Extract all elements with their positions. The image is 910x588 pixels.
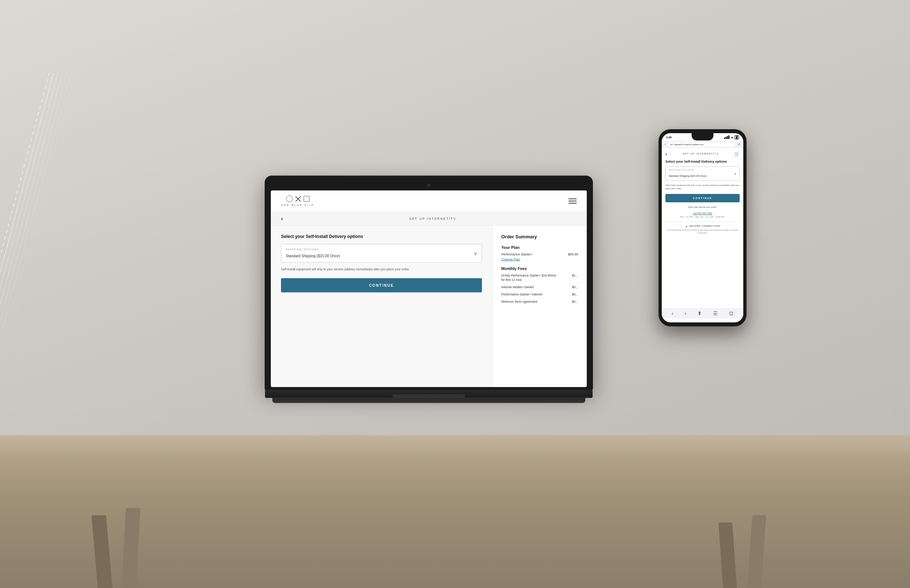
laptop-bottom — [272, 398, 585, 403]
phone-nav: ‹ SET UP INTERNET/TV 🛒 — [665, 151, 740, 157]
fee-row-3: Performance Starter+ Internet $0... — [501, 292, 578, 297]
screen-body: Select your Self-Install Delivery option… — [271, 226, 587, 387]
back-button[interactable]: ‹ — [281, 215, 283, 222]
wifi-icon: ▲ — [731, 136, 734, 139]
fee-amount-2: $0... — [572, 285, 578, 289]
phone-help-phone-link[interactable]: Call 555-555-5555 — [693, 212, 712, 215]
phone-url-bar[interactable]: aA bigapple2.staging.updater.com — [668, 142, 735, 147]
shipping-options-value: Standard Shipping ($15.00 Once) — [286, 254, 340, 258]
page-title: SET UP INTERNET/TV — [409, 217, 456, 221]
lock-icon: 🔒 — [685, 225, 688, 228]
laptop-camera — [427, 184, 430, 187]
logo-text: ONE BLUE SLIP — [281, 204, 315, 206]
hamburger-menu-icon[interactable] — [569, 197, 577, 205]
phone-back-button[interactable]: ‹ — [665, 151, 667, 157]
logo-circle-icon — [286, 196, 293, 202]
phone-shipping-note: Self-Install equipment will ship to your… — [665, 184, 740, 190]
phone-content: ‹ SET UP INTERNET/TV 🛒 Select your Self-… — [662, 148, 743, 308]
fee-amount-1: $1... — [572, 274, 578, 283]
phone-help-section: Need help placing your order? Call 555-5… — [665, 206, 740, 218]
fee-row-1: xFinity Performance Starter+ $19.99/mo f… — [501, 274, 578, 283]
phone: 2:29 ▲ ▓ ‹ aA bigapple2.stagi — [659, 129, 746, 326]
phone-screen: 2:29 ▲ ▓ ‹ aA bigapple2.stagi — [662, 133, 743, 322]
cart-icon[interactable]: 🛒 — [734, 151, 740, 157]
url-text: bigapple2.staging.updater.com — [674, 143, 704, 145]
order-summary-title: Order Summary — [501, 234, 578, 239]
phone-shipping-value: Standard Shipping ($15.00 Once) — [669, 174, 706, 177]
laptop-camera-bar — [271, 182, 587, 191]
phone-time: 2:29 — [666, 136, 672, 139]
order-summary-sidebar: Order Summary Your Plan Performance Star… — [492, 226, 587, 387]
fee-amount-3: $0... — [572, 292, 578, 297]
phone-page-title: SET UP INTERNET/TV — [682, 152, 719, 155]
continue-button[interactable]: CONTINUE — [281, 278, 482, 292]
light-streaks — [0, 73, 80, 328]
phone-secure-title: 🔒 SECURE CONNECTION — [665, 225, 740, 228]
phone-browser-back-button[interactable]: ‹ — [665, 143, 666, 146]
phone-tabs-icon[interactable]: ⊡ — [729, 310, 734, 316]
change-plan-link[interactable]: Change Plan — [501, 258, 578, 261]
signal-icon — [724, 136, 729, 139]
phone-shipping-label: SHIPPING OPTIONS — [669, 169, 736, 171]
phone-continue-button[interactable]: CONTINUE — [665, 194, 740, 202]
phone-back-nav-icon[interactable]: ‹ — [672, 310, 673, 316]
phone-bookmarks-icon[interactable]: ☰ — [713, 310, 718, 316]
chevron-down-icon: ∨ — [474, 251, 477, 256]
fee-row-4: Minimum Term Agreement $0... — [501, 299, 578, 304]
battery-icon: ▓ — [735, 136, 739, 139]
shipping-options-dropdown[interactable]: SHIPPING OPTIONS Standard Shipping ($15.… — [281, 244, 482, 263]
logo-square-icon — [304, 196, 309, 202]
fee-name-1: xFinity Performance Starter+ $19.99/mo f… — [501, 274, 559, 283]
laptop-base — [265, 390, 593, 398]
fee-name-4: Minimum Term Agreement — [501, 299, 537, 304]
phone-chevron-down-icon: ∨ — [734, 172, 736, 175]
monthly-fees-title: Monthly Fees — [501, 267, 578, 271]
your-plan-title: Your Plan — [501, 245, 578, 250]
phone-secure-text: Your information is SAFE. All data is en… — [665, 228, 740, 235]
desk-surface — [0, 435, 910, 588]
plan-row: Performance Starter+ $99.99 — [501, 252, 578, 256]
logo-symbols — [286, 196, 309, 202]
laptop-hinge — [393, 394, 465, 398]
logo-x-icon — [295, 196, 301, 202]
phone-notch — [692, 133, 713, 141]
section-title: Select your Self-Install Delivery option… — [281, 234, 482, 239]
fee-amount-4: $0... — [572, 299, 578, 304]
phone-browser-bar: ‹ aA bigapple2.staging.updater.com ↺ — [662, 141, 743, 148]
laptop-screen: ONE BLUE SLIP ‹ SET UP INTERNET/TV Selec… — [271, 191, 587, 387]
phone-forward-nav-icon[interactable]: › — [685, 310, 687, 316]
laptop: ONE BLUE SLIP ‹ SET UP INTERNET/TV Selec… — [265, 176, 593, 403]
phone-bottom-bar: ‹ › ⬆ ☰ ⊡ — [662, 308, 743, 318]
phone-outer: 2:29 ▲ ▓ ‹ aA bigapple2.stagi — [659, 129, 746, 326]
shipping-note: Self-Install equipment will ship to your… — [281, 267, 482, 272]
phone-reload-button[interactable]: ↺ — [737, 143, 740, 146]
fee-name-2: Internet Modem Owned — [501, 285, 533, 289]
phone-share-icon[interactable]: ⬆ — [697, 310, 702, 316]
phone-secure-section: 🔒 SECURE CONNECTION Your information is … — [665, 221, 740, 235]
chair-left — [66, 450, 182, 588]
plan-name: Performance Starter+ — [501, 252, 533, 256]
chair-right — [706, 464, 808, 588]
phone-status-icons: ▲ ▓ — [724, 136, 739, 139]
plan-price: $99.99 — [568, 252, 578, 256]
screen-main: Select your Self-Install Delivery option… — [271, 226, 492, 387]
screen-nav: ‹ SET UP INTERNET/TV — [271, 212, 587, 226]
screen-header: ONE BLUE SLIP — [271, 191, 587, 212]
phone-help-text: Need help placing your order? — [665, 206, 740, 208]
logo-area: ONE BLUE SLIP — [281, 196, 315, 206]
aa-label: aA — [670, 143, 673, 145]
phone-section-title: Select your Self-Install Delivery option… — [665, 160, 740, 163]
fee-name-3: Performance Starter+ Internet — [501, 292, 542, 297]
fee-row-2: Internet Modem Owned $0... — [501, 285, 578, 289]
phone-shipping-options-dropdown[interactable]: SHIPPING OPTIONS Standard Shipping ($15.… — [665, 166, 740, 181]
shipping-options-label: SHIPPING OPTIONS — [286, 248, 477, 251]
laptop-screen-outer: ONE BLUE SLIP ‹ SET UP INTERNET/TV Selec… — [265, 176, 593, 390]
phone-help-hours: Mon - Fri 7AM - 1AM | Sat - Sun 7AM - 11… — [665, 216, 740, 218]
